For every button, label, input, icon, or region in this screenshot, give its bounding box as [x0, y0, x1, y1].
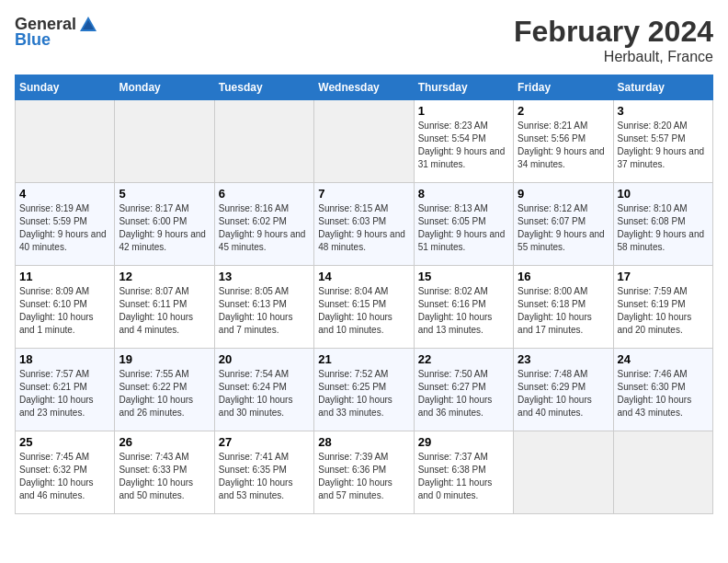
calendar-cell: 24Sunrise: 7:46 AMSunset: 6:30 PMDayligh… — [613, 349, 712, 431]
day-number: 27 — [219, 435, 310, 449]
day-info: Sunrise: 8:10 AMSunset: 6:08 PMDaylight:… — [618, 202, 709, 254]
calendar-cell: 28Sunrise: 7:39 AMSunset: 6:36 PMDayligh… — [314, 431, 414, 514]
day-info: Sunrise: 8:09 AMSunset: 6:10 PMDaylight:… — [19, 285, 110, 337]
day-info: Sunrise: 8:05 AMSunset: 6:13 PMDaylight:… — [219, 285, 310, 337]
day-number: 10 — [618, 187, 709, 201]
day-info: Sunrise: 7:50 AMSunset: 6:27 PMDaylight:… — [418, 368, 509, 419]
calendar-cell: 7Sunrise: 8:15 AMSunset: 6:03 PMDaylight… — [314, 183, 414, 266]
calendar-cell — [16, 100, 115, 183]
calendar-cell: 1Sunrise: 8:23 AMSunset: 5:54 PMDaylight… — [414, 100, 513, 183]
calendar-table: SundayMondayTuesdayWednesdayThursdayFrid… — [15, 75, 713, 514]
day-number: 20 — [219, 352, 310, 366]
calendar-cell — [514, 431, 613, 514]
day-of-week-header: Friday — [514, 75, 613, 100]
day-info: Sunrise: 8:17 AMSunset: 6:00 PMDaylight:… — [119, 202, 210, 254]
day-info: Sunrise: 8:13 AMSunset: 6:05 PMDaylight:… — [418, 202, 509, 254]
logo: General Blue — [15, 15, 98, 50]
day-number: 17 — [618, 270, 709, 283]
day-info: Sunrise: 8:16 AMSunset: 6:02 PMDaylight:… — [219, 202, 310, 254]
day-number: 23 — [518, 352, 609, 366]
day-number: 29 — [418, 435, 509, 449]
day-number: 5 — [119, 187, 210, 201]
day-info: Sunrise: 7:43 AMSunset: 6:33 PMDaylight:… — [119, 451, 210, 502]
day-info: Sunrise: 7:54 AMSunset: 6:24 PMDaylight:… — [219, 368, 310, 419]
day-number: 7 — [318, 187, 409, 201]
calendar-cell: 4Sunrise: 8:19 AMSunset: 5:59 PMDaylight… — [16, 183, 115, 266]
calendar-cell: 10Sunrise: 8:10 AMSunset: 6:08 PMDayligh… — [613, 183, 712, 266]
day-info: Sunrise: 8:15 AMSunset: 6:03 PMDaylight:… — [318, 202, 409, 254]
day-info: Sunrise: 7:45 AMSunset: 6:32 PMDaylight:… — [19, 451, 110, 502]
calendar-week-row: 25Sunrise: 7:45 AMSunset: 6:32 PMDayligh… — [16, 431, 713, 514]
calendar-week-row: 11Sunrise: 8:09 AMSunset: 6:10 PMDayligh… — [16, 266, 713, 349]
calendar-cell: 25Sunrise: 7:45 AMSunset: 6:32 PMDayligh… — [16, 431, 115, 514]
calendar-cell: 20Sunrise: 7:54 AMSunset: 6:24 PMDayligh… — [214, 349, 313, 431]
day-info: Sunrise: 8:21 AMSunset: 5:56 PMDaylight:… — [518, 120, 609, 171]
calendar-cell: 18Sunrise: 7:57 AMSunset: 6:21 PMDayligh… — [16, 349, 115, 431]
calendar-cell: 22Sunrise: 7:50 AMSunset: 6:27 PMDayligh… — [414, 349, 513, 431]
day-of-week-header: Thursday — [414, 75, 513, 100]
day-number: 11 — [19, 270, 110, 283]
calendar-week-row: 4Sunrise: 8:19 AMSunset: 5:59 PMDaylight… — [16, 183, 713, 266]
day-number: 13 — [219, 270, 310, 283]
day-number: 14 — [318, 270, 409, 283]
day-number: 9 — [518, 187, 609, 201]
calendar-cell — [314, 100, 414, 183]
calendar-cell — [214, 100, 313, 183]
calendar-cell: 14Sunrise: 8:04 AMSunset: 6:15 PMDayligh… — [314, 266, 414, 349]
calendar-cell: 23Sunrise: 7:48 AMSunset: 6:29 PMDayligh… — [514, 349, 613, 431]
day-info: Sunrise: 8:20 AMSunset: 5:57 PMDaylight:… — [618, 120, 709, 171]
day-number: 6 — [219, 187, 310, 201]
calendar-cell: 9Sunrise: 8:12 AMSunset: 6:07 PMDaylight… — [514, 183, 613, 266]
day-number: 16 — [518, 270, 609, 283]
calendar-cell: 5Sunrise: 8:17 AMSunset: 6:00 PMDaylight… — [115, 183, 214, 266]
logo-text: General Blue — [15, 15, 98, 50]
location: Herbault, France — [514, 49, 713, 65]
day-info: Sunrise: 8:07 AMSunset: 6:11 PMDaylight:… — [119, 285, 210, 337]
calendar-cell: 19Sunrise: 7:55 AMSunset: 6:22 PMDayligh… — [115, 349, 214, 431]
day-info: Sunrise: 8:04 AMSunset: 6:15 PMDaylight:… — [318, 285, 409, 337]
calendar-cell: 17Sunrise: 7:59 AMSunset: 6:19 PMDayligh… — [613, 266, 712, 349]
calendar-cell: 12Sunrise: 8:07 AMSunset: 6:11 PMDayligh… — [115, 266, 214, 349]
day-info: Sunrise: 8:00 AMSunset: 6:18 PMDaylight:… — [518, 285, 609, 337]
day-info: Sunrise: 7:41 AMSunset: 6:35 PMDaylight:… — [219, 451, 310, 502]
day-info: Sunrise: 7:39 AMSunset: 6:36 PMDaylight:… — [318, 451, 409, 502]
title-section: February 2024 Herbault, France — [514, 15, 713, 65]
day-number: 19 — [119, 352, 210, 366]
day-number: 12 — [119, 270, 210, 283]
day-of-week-header: Tuesday — [214, 75, 313, 100]
calendar-cell: 13Sunrise: 8:05 AMSunset: 6:13 PMDayligh… — [214, 266, 313, 349]
calendar-week-row: 1Sunrise: 8:23 AMSunset: 5:54 PMDaylight… — [16, 100, 713, 183]
day-info: Sunrise: 8:23 AMSunset: 5:54 PMDaylight:… — [418, 120, 509, 171]
day-info: Sunrise: 7:37 AMSunset: 6:38 PMDaylight:… — [418, 451, 509, 502]
day-number: 18 — [19, 352, 110, 366]
day-number: 22 — [418, 352, 509, 366]
day-of-week-header: Wednesday — [314, 75, 414, 100]
day-info: Sunrise: 7:46 AMSunset: 6:30 PMDaylight:… — [618, 368, 709, 419]
calendar-cell: 21Sunrise: 7:52 AMSunset: 6:25 PMDayligh… — [314, 349, 414, 431]
day-of-week-header: Sunday — [16, 75, 115, 100]
calendar-cell: 8Sunrise: 8:13 AMSunset: 6:05 PMDaylight… — [414, 183, 513, 266]
day-info: Sunrise: 8:02 AMSunset: 6:16 PMDaylight:… — [418, 285, 509, 337]
day-number: 25 — [19, 435, 110, 449]
day-info: Sunrise: 7:57 AMSunset: 6:21 PMDaylight:… — [19, 368, 110, 419]
day-number: 24 — [618, 352, 709, 366]
calendar-week-row: 18Sunrise: 7:57 AMSunset: 6:21 PMDayligh… — [16, 349, 713, 431]
calendar-cell — [115, 100, 214, 183]
calendar-cell: 6Sunrise: 8:16 AMSunset: 6:02 PMDaylight… — [214, 183, 313, 266]
day-info: Sunrise: 7:48 AMSunset: 6:29 PMDaylight:… — [518, 368, 609, 419]
day-info: Sunrise: 7:55 AMSunset: 6:22 PMDaylight:… — [119, 368, 210, 419]
calendar-cell — [613, 431, 712, 514]
day-of-week-header: Saturday — [613, 75, 712, 100]
day-number: 21 — [318, 352, 409, 366]
day-info: Sunrise: 8:19 AMSunset: 5:59 PMDaylight:… — [19, 202, 110, 254]
calendar-cell: 3Sunrise: 8:20 AMSunset: 5:57 PMDaylight… — [613, 100, 712, 183]
calendar-cell: 2Sunrise: 8:21 AMSunset: 5:56 PMDaylight… — [514, 100, 613, 183]
day-of-week-header: Monday — [115, 75, 214, 100]
day-number: 4 — [19, 187, 110, 201]
calendar-cell: 15Sunrise: 8:02 AMSunset: 6:16 PMDayligh… — [414, 266, 513, 349]
day-number: 8 — [418, 187, 509, 201]
page-header: General Blue February 2024 Herbault, Fra… — [15, 15, 713, 65]
day-number: 15 — [418, 270, 509, 283]
day-info: Sunrise: 7:59 AMSunset: 6:19 PMDaylight:… — [618, 285, 709, 337]
day-info: Sunrise: 7:52 AMSunset: 6:25 PMDaylight:… — [318, 368, 409, 419]
